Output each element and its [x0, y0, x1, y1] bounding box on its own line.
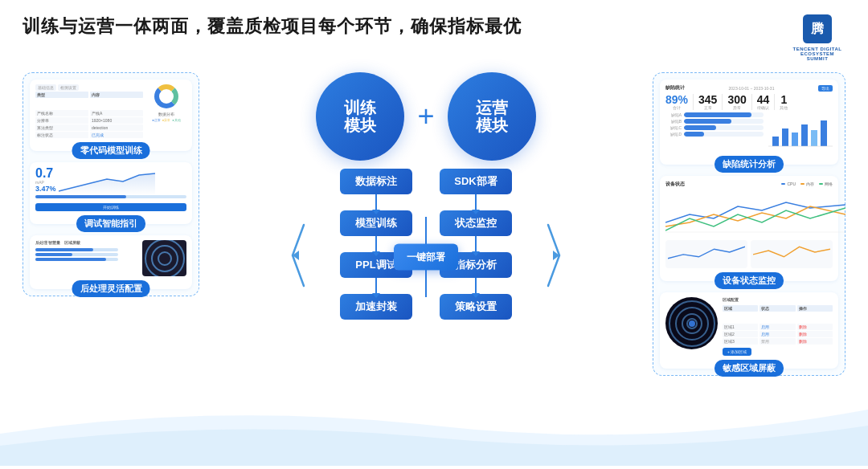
camera-view	[665, 297, 718, 349]
stats-row: 89% 合计 345 正常 300 异常 44	[665, 94, 833, 110]
stat-total: 89% 合计	[665, 94, 688, 110]
operation-bubble-line2: 模块	[476, 116, 508, 134]
postprocess-subtitle: 后处理 智慧量 区域屏蔽	[35, 240, 139, 245]
header: 训练与运营一体两面，覆盖质检项目每个环节，确保指标最优 腾 TENCENT DI…	[23, 14, 845, 61]
debug-card: 0.7 mAP 3.47%	[30, 162, 192, 224]
training-card-label: 零代码模型训练	[72, 142, 150, 159]
legend-mem-label: 内存	[806, 181, 814, 186]
debug-card-label: 调试智能指引	[76, 215, 145, 232]
sensitive-settings: 区域配置 区域状态操作 区域1启用删除 区域2启用删除 区域3禁用删除 + 添加…	[723, 297, 833, 356]
flow-sdk-label: SDK部署	[440, 169, 512, 194]
device-mini-2	[751, 240, 833, 268]
training-card-top: 基础信息 检测设置 类型内容 产线名称产线A 分辨率1920×1080 算法类型…	[35, 84, 186, 138]
device-monitor-card: 设备状态 CPU 内存 网络	[660, 176, 838, 281]
operation-bubble: 运营 模块	[448, 72, 536, 161]
training-table: 类型内容 产线名称产线A 分辨率1920×1080 算法类型detection …	[35, 92, 143, 138]
debug-val-percent: 3.47%	[35, 185, 56, 193]
flow-arrow-4	[475, 194, 477, 210]
defect-stats-date: 2023-10-01 ~ 2023-10-31	[729, 86, 775, 91]
stat-normal-label: 正常	[704, 105, 712, 110]
defect-right-chart	[768, 112, 833, 152]
postprocess-card-label: 后处理灵活配置	[72, 280, 150, 297]
flow-data-label: 数据标注	[340, 169, 412, 194]
debug-slider[interactable]	[35, 195, 186, 198]
postprocess-inner: 后处理 智慧量 区域屏蔽	[35, 240, 186, 276]
slider-1[interactable]	[35, 248, 118, 251]
logo-area: 腾 TENCENT DIGITAL ECOSYSTEM SUMMIT	[789, 14, 845, 61]
postprocess-settings: 后处理 智慧量 区域屏蔽	[35, 240, 139, 276]
legend-net-label: 网络	[825, 181, 833, 186]
slider-2-fill	[35, 253, 72, 256]
debug-run-btn[interactable]: 开始训练	[35, 203, 186, 211]
legend-mem: 内存	[800, 181, 814, 186]
left-arrow-deco	[289, 223, 307, 291]
legend-net-dot	[819, 183, 823, 185]
stat-pending-label: 待确认	[757, 105, 769, 110]
device-mini-1	[665, 240, 747, 268]
device-line-chart	[665, 190, 845, 234]
svg-rect-5	[782, 128, 788, 146]
defect-charts: 缺陷A 缺陷B 缺陷C 缺陷D	[665, 112, 833, 152]
sensitive-add-btn[interactable]: + 添加区域	[723, 348, 751, 356]
sensitive-area-card: 区域配置 区域状态操作 区域1启用删除 区域2启用删除 区域3禁用删除 + 添加…	[660, 292, 838, 369]
postprocess-rows	[35, 248, 139, 261]
stat-total-label: 合计	[673, 105, 681, 110]
svg-rect-4	[772, 137, 779, 146]
stat-div-2	[722, 94, 723, 110]
sensitive-card-label: 敏感区域屏蔽	[714, 360, 784, 377]
debug-val-main: 0.7	[35, 167, 53, 180]
svg-rect-9	[821, 120, 827, 146]
flow-arrow-1	[375, 194, 377, 210]
training-card-right: 数据分布 ●正常 ●异常 ●其他	[146, 84, 186, 138]
train-bubble: 训练 模块	[316, 72, 404, 161]
postprocess-card: 后处理 智慧量 区域屏蔽	[30, 235, 192, 289]
slider-3-fill	[35, 258, 106, 261]
stat-div-3	[751, 94, 752, 110]
stat-abnormal-val: 300	[727, 94, 746, 105]
svg-rect-8	[811, 130, 817, 146]
stat-other-val: 1	[780, 94, 787, 105]
defect-stats-title: 缺陷统计	[665, 84, 685, 92]
flow-arrow-2	[375, 236, 377, 252]
donut-chart	[154, 84, 178, 108]
stat-normal: 345 正常	[698, 94, 717, 110]
legend-cpu: CPU	[781, 181, 796, 186]
slider-1-fill	[35, 248, 93, 251]
svg-rect-7	[801, 124, 808, 146]
legend-cpu-dot	[781, 183, 785, 185]
device-card-label: 设备状态监控	[714, 272, 784, 289]
center-panel: 训练 模块 + 运营 模块	[209, 72, 643, 345]
main-content: 基础信息 检测设置 类型内容 产线名称产线A 分辨率1920×1080 算法类型…	[23, 72, 845, 376]
debug-line-chart	[59, 167, 186, 191]
stat-div-1	[693, 94, 694, 110]
operation-bubble-line1: 运营	[476, 99, 508, 116]
stat-pending: 44 待确认	[757, 94, 770, 110]
flow-arrow-6	[475, 278, 477, 294]
top-bubbles: 训练 模块 + 运营 模块	[316, 72, 535, 161]
right-panel: 缺陷统计 2023-10-01 ~ 2023-10-31 导出 89% 合计 3…	[653, 72, 845, 376]
stat-abnormal-label: 异常	[733, 105, 741, 110]
training-card-left: 基础信息 检测设置 类型内容 产线名称产线A 分辨率1920×1080 算法类型…	[35, 84, 143, 138]
device-monitor-header: 设备状态 CPU 内存 网络	[665, 181, 833, 188]
sensitive-area-inner: 区域配置 区域状态操作 区域1启用删除 区域2启用删除 区域3禁用删除 + 添加…	[665, 297, 833, 356]
stat-pending-val: 44	[757, 94, 770, 105]
slider-3[interactable]	[35, 258, 118, 261]
stat-div-4	[774, 94, 775, 110]
slider-2[interactable]	[35, 253, 118, 256]
stat-other-label: 其他	[780, 105, 788, 110]
training-card-inner: 基础信息 检测设置 类型内容 产线名称产线A 分辨率1920×1080 算法类型…	[35, 84, 186, 138]
legend-mem-dot	[800, 183, 805, 185]
stat-normal-val: 345	[698, 94, 717, 105]
label-model: 检测设置	[58, 84, 79, 91]
flow-area: 数据标注 模型训练 PPL调试 加速封装 一键部署	[305, 169, 547, 345]
defect-export-btn[interactable]: 导出	[818, 85, 833, 92]
defect-stats-header: 缺陷统计 2023-10-01 ~ 2023-10-31 导出	[665, 84, 833, 92]
img-ring-3	[158, 251, 172, 266]
stat-total-val: 89%	[665, 94, 688, 105]
sensitive-title: 区域配置	[723, 297, 833, 302]
device-legend: CPU 内存 网络	[781, 181, 833, 186]
debug-slider-fill	[35, 195, 126, 198]
flow-arrow-5	[475, 236, 477, 252]
defect-card-label: 缺陷统计分析	[714, 156, 784, 173]
legend-net: 网络	[819, 181, 833, 186]
